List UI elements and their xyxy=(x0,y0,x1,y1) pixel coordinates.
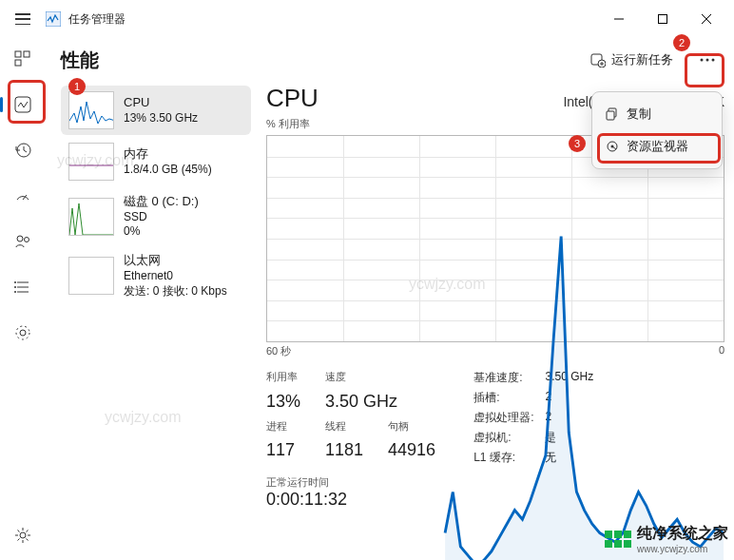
more-button[interactable] xyxy=(690,45,724,75)
perf-label: 以太网 xyxy=(124,253,227,269)
close-button[interactable] xyxy=(685,0,728,38)
nav-performance[interactable] xyxy=(4,87,42,122)
perf-label: CPU xyxy=(124,95,198,111)
perf-label: 内存 xyxy=(124,146,212,163)
menu-resource-monitor[interactable]: 资源监视器 xyxy=(598,130,716,163)
run-new-task-button[interactable]: 运行新任务 xyxy=(581,46,683,74)
svg-point-11 xyxy=(17,236,23,241)
page-title: 性能 xyxy=(61,48,99,73)
perf-item-ethernet[interactable]: 以太网Ethernet0发送: 0 接收: 0 Kbps xyxy=(61,247,251,304)
list-icon xyxy=(14,279,31,296)
svg-point-18 xyxy=(14,291,16,293)
hamburger-menu[interactable] xyxy=(0,0,46,38)
context-menu: 复制 资源监视器 xyxy=(591,91,723,169)
menu-resmon-label: 资源监视器 xyxy=(627,138,688,155)
cpu-thumbnail xyxy=(68,91,114,129)
svg-point-26 xyxy=(701,59,704,62)
perf-sub2: 0% xyxy=(124,224,199,240)
svg-point-16 xyxy=(14,281,16,283)
nav-settings[interactable] xyxy=(4,518,42,552)
nav-details[interactable] xyxy=(4,270,42,304)
brand-logo-icon xyxy=(605,531,631,548)
perf-item-cpu[interactable]: CPU13% 3.50 GHz xyxy=(61,86,251,135)
gear-icon xyxy=(14,527,31,544)
nav-services[interactable] xyxy=(4,316,42,350)
app-icon xyxy=(46,11,61,27)
brand-name: 纯净系统之家 xyxy=(637,525,728,541)
nav-app-history[interactable] xyxy=(4,133,42,167)
minimize-icon xyxy=(614,14,624,24)
ethernet-thumbnail xyxy=(68,257,114,295)
svg-point-20 xyxy=(16,326,29,339)
menu-copy-label: 复制 xyxy=(627,106,651,123)
memory-thumbnail xyxy=(68,143,114,181)
brand-logo: 纯净系统之家www.ycwjzy.com xyxy=(605,524,728,554)
svg-rect-5 xyxy=(15,51,21,57)
activity-icon xyxy=(14,96,31,113)
menu-copy[interactable]: 复制 xyxy=(598,98,716,130)
performance-list: CPU13% 3.50 GHz 内存1.8/4.0 GB (45%) 磁盘 0 … xyxy=(61,82,251,560)
perf-item-disk[interactable]: 磁盘 0 (C: D:)SSD0% xyxy=(61,188,251,245)
history-icon xyxy=(14,142,31,159)
users-icon xyxy=(14,233,31,250)
disk-thumbnail xyxy=(68,198,114,236)
more-icon xyxy=(700,58,715,62)
perf-sub: Ethernet0 xyxy=(124,269,227,284)
minimize-button[interactable] xyxy=(597,0,641,38)
svg-point-28 xyxy=(712,59,715,62)
nav-users[interactable] xyxy=(4,224,42,259)
nav-rail xyxy=(0,38,46,560)
cpu-line xyxy=(267,136,724,560)
copy-icon xyxy=(606,107,619,121)
svg-rect-31 xyxy=(607,111,614,120)
services-icon xyxy=(14,324,31,341)
perf-label: 磁盘 0 (C: D:) xyxy=(124,194,199,210)
svg-rect-6 xyxy=(24,51,29,57)
perf-sub: SSD xyxy=(124,210,199,225)
svg-point-19 xyxy=(20,330,26,336)
close-icon xyxy=(702,14,711,24)
monitor-icon xyxy=(606,140,619,153)
svg-marker-29 xyxy=(445,237,724,560)
nav-startup[interactable] xyxy=(4,179,42,213)
svg-point-27 xyxy=(706,59,709,62)
gauge-icon xyxy=(14,187,31,204)
run-new-task-label: 运行新任务 xyxy=(611,51,673,68)
svg-line-34 xyxy=(612,146,616,149)
brand-url: www.ycwjzy.com xyxy=(637,544,728,554)
perf-sub: 13% 3.50 GHz xyxy=(124,111,198,126)
nav-processes[interactable] xyxy=(4,42,42,76)
hamburger-icon xyxy=(15,13,30,25)
window-title: 任务管理器 xyxy=(68,11,597,28)
detail-title: CPU xyxy=(266,84,319,113)
svg-rect-7 xyxy=(15,60,21,66)
svg-rect-2 xyxy=(659,15,667,24)
svg-point-12 xyxy=(25,238,29,242)
svg-point-21 xyxy=(20,532,26,538)
maximize-icon xyxy=(658,14,667,24)
run-task-icon xyxy=(590,52,606,68)
maximize-button[interactable] xyxy=(641,0,685,38)
perf-item-memory[interactable]: 内存1.8/4.0 GB (45%) xyxy=(61,137,251,186)
svg-point-17 xyxy=(14,286,16,288)
perf-sub2: 发送: 0 接收: 0 Kbps xyxy=(124,284,227,299)
svg-rect-8 xyxy=(15,97,30,112)
perf-sub: 1.8/4.0 GB (45%) xyxy=(124,163,212,178)
grid-icon xyxy=(14,50,31,68)
